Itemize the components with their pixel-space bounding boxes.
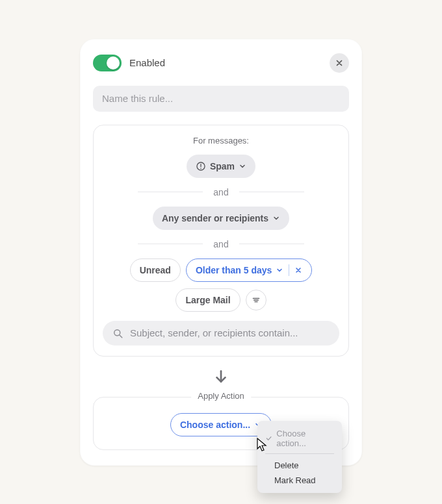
action-popup-menu: Choose action... Delete Mark Read	[257, 421, 342, 493]
close-icon	[335, 58, 344, 68]
sender-label: Any sender or recipients	[162, 213, 268, 223]
popup-item-delete[interactable]: Delete	[257, 458, 342, 473]
filter-lines-icon	[251, 295, 261, 305]
close-button[interactable]	[330, 53, 349, 73]
chevron-down-icon	[272, 214, 280, 222]
large-mail-label: Large Mail	[185, 295, 230, 305]
spam-condition-pill[interactable]: Spam	[187, 155, 255, 178]
rule-name-input[interactable]	[93, 86, 349, 112]
unread-filter-label: Unread	[140, 265, 171, 275]
and-label: and	[213, 239, 228, 249]
older-than-filter-pill[interactable]: Older than 5 days	[186, 258, 312, 282]
older-than-label: Older than 5 days	[196, 265, 272, 275]
spam-label: Spam	[210, 161, 235, 171]
header-row: Enabled	[93, 53, 349, 73]
arrow-connector	[93, 357, 349, 394]
arrow-down-icon	[213, 368, 229, 385]
search-icon	[112, 327, 124, 339]
and-divider-1: and	[103, 187, 339, 197]
remove-filter-icon[interactable]	[294, 266, 302, 274]
large-mail-filter-pill[interactable]: Large Mail	[176, 288, 240, 312]
svg-point-6	[114, 329, 120, 335]
chevron-down-icon	[276, 266, 283, 274]
and-divider-2: and	[103, 239, 339, 249]
enabled-toggle[interactable]	[93, 55, 122, 71]
condition-search-input[interactable]	[130, 327, 330, 338]
rule-editor-card: Enabled For messages: Spam and Any sende…	[80, 39, 362, 466]
choose-action-button[interactable]: Choose action...	[170, 413, 272, 436]
condition-search-field[interactable]	[103, 321, 339, 346]
popup-header-label: Choose action...	[276, 429, 334, 448]
check-icon	[265, 435, 272, 442]
sender-condition-pill[interactable]: Any sender or recipients	[153, 207, 289, 230]
chevron-down-icon	[239, 162, 246, 170]
conditions-title: For messages:	[103, 136, 339, 145]
more-filters-button[interactable]	[246, 290, 266, 310]
action-title: Apply Action	[191, 391, 251, 401]
popup-divider	[265, 453, 334, 454]
conditions-section: For messages: Spam and Any sender or rec…	[93, 125, 349, 357]
and-label: and	[213, 187, 228, 197]
popup-item-mark-read[interactable]: Mark Read	[257, 473, 342, 488]
unread-filter-pill[interactable]: Unread	[130, 258, 181, 282]
popup-selected-header: Choose action...	[257, 426, 342, 452]
svg-line-7	[120, 335, 122, 338]
choose-action-label: Choose action...	[180, 420, 250, 430]
enable-group: Enabled	[93, 55, 165, 71]
action-section: Apply Action Choose action... Choose act…	[93, 397, 349, 450]
enabled-label: Enabled	[129, 57, 165, 68]
svg-point-2	[200, 168, 202, 169]
alert-circle-icon	[196, 161, 206, 171]
